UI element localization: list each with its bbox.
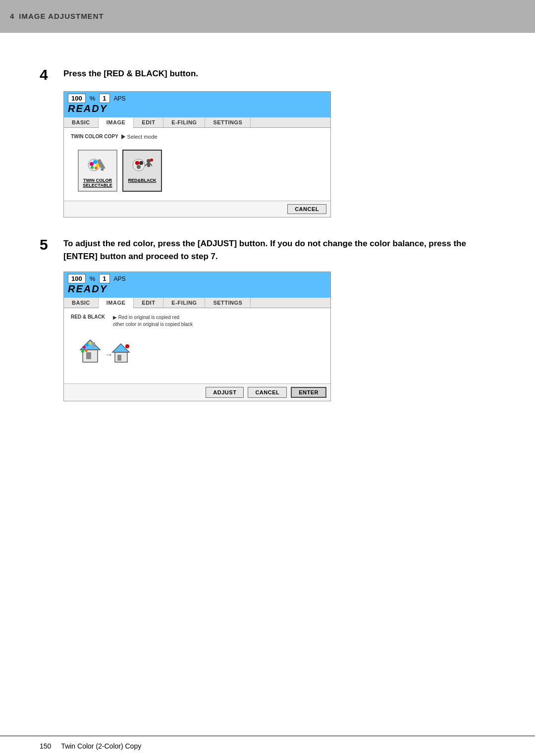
main-content: 4 Press the [RED & BLACK] button. 100 % … — [0, 48, 535, 451]
svg-point-12 — [147, 159, 151, 163]
svg-point-2 — [93, 160, 97, 164]
section-divider — [0, 32, 535, 33]
step5-copies: 1 — [99, 274, 109, 283]
header-bar: 4 IMAGE ADJUSTMENT — [0, 0, 535, 32]
step5-number: 5 — [40, 237, 54, 252]
tab-settings[interactable]: SETTINGS — [205, 117, 251, 127]
step4-instruction: Press the [RED & BLACK] button. — [63, 67, 198, 80]
svg-rect-29 — [117, 355, 121, 361]
step5-info-line2: other color in original is copied black — [113, 321, 193, 328]
step5-icon-area: → — [68, 330, 326, 379]
tab-basic[interactable]: BASIC — [64, 117, 99, 127]
step5-panel-footer: ADJUST CANCEL ENTER — [64, 383, 330, 401]
step5-block: 5 To adjust the red color, press the [AD… — [40, 237, 495, 401]
step4-panel-row: TWIN COLOR COPY Select mode — [68, 132, 326, 145]
step5-tab-efiling[interactable]: E-FILING — [163, 298, 205, 308]
step4-copies: 1 — [99, 94, 109, 103]
step5-instruction: To adjust the red color, press the [ADJU… — [63, 237, 495, 263]
step5-aps: APS — [114, 275, 126, 282]
svg-point-9 — [135, 161, 139, 165]
step5-left-label: RED & BLACK — [68, 314, 108, 320]
step4-header: 4 Press the [RED & BLACK] button. — [40, 67, 495, 82]
step4-subtitle-text: Select mode — [127, 134, 158, 140]
svg-rect-19 — [86, 352, 91, 359]
step4-tab-bar: BASIC IMAGE EDIT E-FILING SETTINGS — [64, 117, 330, 128]
step4-block: 4 Press the [RED & BLACK] button. 100 % … — [40, 67, 495, 217]
step5-enter-button[interactable]: ENTER — [291, 387, 326, 398]
svg-point-21 — [83, 346, 86, 349]
page-footer: 150 Twin Color (2-Color) Copy — [0, 736, 535, 756]
step5-panel-row: RED & BLACK ▶ Red in original is copied … — [68, 312, 326, 330]
svg-text:→: → — [105, 350, 113, 359]
svg-point-4 — [91, 166, 94, 169]
svg-point-25 — [85, 350, 88, 352]
step5-zoom: 100 — [68, 274, 86, 283]
svg-rect-20 — [93, 342, 95, 347]
step5-status-bar: 100 % 1 APS READY — [64, 272, 330, 298]
step5-tab-settings[interactable]: SETTINGS — [205, 298, 251, 308]
step5-tab-bar: BASIC IMAGE EDIT E-FILING SETTINGS — [64, 298, 330, 308]
red-black-icon — [127, 154, 157, 176]
step4-status-bar: 100 % 1 APS READY — [64, 92, 330, 117]
step5-tab-image[interactable]: IMAGE — [99, 298, 134, 308]
step4-subtitle: Select mode — [121, 134, 158, 140]
tab-image[interactable]: IMAGE — [99, 117, 134, 128]
svg-rect-13 — [147, 163, 150, 167]
step4-panel-body: TWIN COLOR COPY Select mode — [64, 128, 330, 201]
step5-cancel-button[interactable]: CANCEL — [248, 387, 287, 398]
step5-info-line1: ▶ Red in original is copied red — [113, 314, 193, 321]
step4-aps: APS — [114, 95, 126, 102]
svg-point-11 — [137, 165, 141, 169]
page-footer-title: Twin Color (2-Color) Copy — [61, 742, 141, 750]
svg-point-1 — [90, 162, 94, 166]
svg-point-30 — [125, 344, 129, 348]
svg-point-23 — [89, 342, 92, 345]
step4-panel: 100 % 1 APS READY BASIC IMAGE EDIT E-FIL… — [63, 91, 331, 217]
svg-point-22 — [86, 343, 89, 346]
step4-zoom: 100 — [68, 94, 86, 103]
step4-icon-buttons: TWIN COLORSELECTABLE — [68, 145, 326, 197]
red-black-btn[interactable]: RED&BLACK — [122, 150, 162, 192]
page-number: 150 — [40, 742, 51, 750]
step4-cancel-button[interactable]: CANCEL — [287, 204, 326, 214]
tab-efiling[interactable]: E-FILING — [163, 117, 205, 127]
svg-point-5 — [95, 166, 98, 169]
twin-color-selectable-label: TWIN COLORSELECTABLE — [83, 178, 112, 188]
step5-panel: 100 % 1 APS READY BASIC IMAGE EDIT E-FIL… — [63, 271, 331, 401]
step4-left-label: TWIN COLOR COPY — [68, 134, 121, 139]
step5-tab-basic[interactable]: BASIC — [64, 298, 99, 308]
header-step-number: 4 — [10, 12, 14, 20]
step4-status-row: 100 % 1 APS — [68, 94, 326, 103]
svg-point-24 — [81, 350, 84, 353]
step5-panel-body: RED & BLACK ▶ Red in original is copied … — [64, 308, 330, 383]
svg-line-14 — [145, 163, 147, 166]
header-title: IMAGE ADJUSTMENT — [19, 12, 104, 20]
twin-color-selectable-btn[interactable]: TWIN COLORSELECTABLE — [78, 150, 117, 192]
step4-percent: % — [90, 95, 96, 102]
svg-line-15 — [150, 163, 152, 166]
tab-edit[interactable]: EDIT — [134, 117, 163, 127]
step5-ready: READY — [68, 283, 326, 295]
step5-status-row: 100 % 1 APS — [68, 274, 326, 283]
triangle-icon — [121, 134, 125, 139]
step4-panel-footer: CANCEL — [64, 201, 330, 217]
step4-number: 4 — [40, 67, 54, 82]
step4-ready: READY — [68, 103, 326, 114]
twin-color-icon — [83, 154, 112, 176]
step5-header: 5 To adjust the red color, press the [AD… — [40, 237, 495, 263]
step5-adjust-button[interactable]: ADJUST — [206, 387, 244, 398]
step5-percent: % — [90, 275, 96, 282]
svg-point-10 — [139, 161, 143, 165]
red-black-label: RED&BLACK — [128, 178, 157, 183]
svg-point-16 — [150, 159, 153, 162]
step5-tab-edit[interactable]: EDIT — [134, 298, 163, 308]
